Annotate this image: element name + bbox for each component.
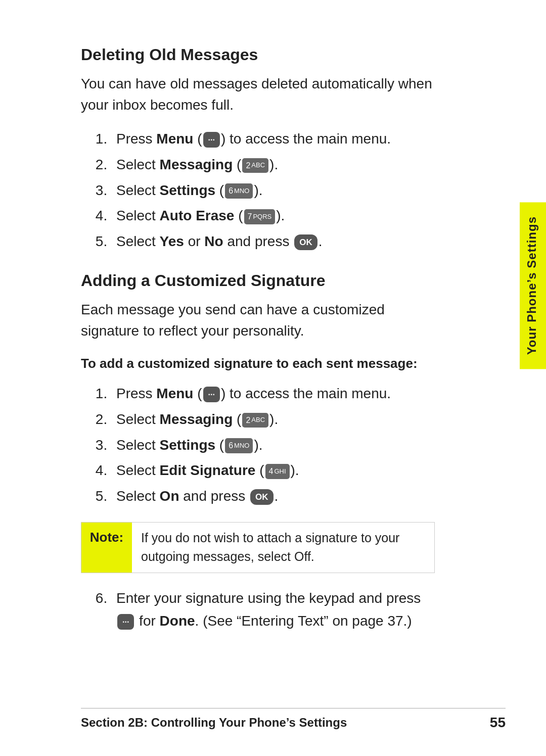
bold-text: Done [160, 613, 195, 629]
list-item: Select Edit Signature (4GHI). [111, 459, 435, 482]
autoerase-key-icon: 7PQRS [244, 209, 276, 224]
footer-page-number: 55 [490, 715, 506, 731]
sub-instruction: To add a customized signature to each se… [81, 354, 435, 373]
list-item: Select Messaging (2ABC). [111, 408, 435, 431]
settings-key-icon2: 6MNO [225, 438, 253, 453]
bold-text: Auto Erase [160, 208, 235, 223]
editsig-key-icon: 4GHI [265, 464, 290, 479]
list-item: Select Settings (6MNO). [111, 179, 435, 202]
list-item: Select Messaging (2ABC). [111, 154, 435, 176]
bold-text: Messaging [160, 411, 233, 427]
ok-button-icon2: OK [250, 489, 274, 505]
bold-text: Menu [156, 386, 193, 401]
section2-title: Adding a Customized Signature [81, 271, 435, 290]
list-item: Press Menu (···) to access the main menu… [111, 128, 435, 151]
list-item: Enter your signature using the keypad an… [111, 587, 435, 633]
final-step-list: Enter your signature using the keypad an… [111, 587, 435, 633]
bold-text: No [204, 233, 223, 249]
bold-text: Messaging [160, 157, 233, 172]
ok-button-icon: OK [294, 234, 317, 250]
note-content: If you do not wish to attach a signature… [132, 523, 434, 573]
bold-text: Settings [160, 437, 215, 453]
section2-intro: Each message you send can have a customi… [81, 299, 435, 342]
messaging-key-icon2: 2ABC [242, 413, 268, 428]
note-box: Note: If you do not wish to attach a sig… [81, 522, 435, 573]
bold-text: On [160, 488, 179, 504]
bold-text: Menu [156, 131, 193, 147]
section2-steps: Press Menu (···) to access the main menu… [111, 383, 435, 508]
menu-icon-final: ··· [117, 614, 134, 630]
bold-text: Settings [160, 182, 215, 198]
section1-intro: You can have old messages deleted automa… [81, 73, 435, 116]
sidebar-tab: Your Phone’s Settings [520, 202, 546, 369]
note-label: Note: [81, 523, 132, 573]
settings-key-icon: 6MNO [225, 183, 253, 199]
messaging-key-icon: 2ABC [242, 158, 268, 173]
section1-title: Deleting Old Messages [81, 45, 435, 64]
list-item: Select Auto Erase (7PQRS). [111, 205, 435, 227]
section1-steps: Press Menu (···) to access the main menu… [111, 128, 435, 253]
list-item: Select Settings (6MNO). [111, 434, 435, 457]
menu-icon: ··· [203, 387, 220, 403]
bold-text: Edit Signature [160, 462, 256, 478]
menu-icon: ··· [203, 132, 220, 148]
footer-bar: Section 2B: Controlling Your Phone’s Set… [81, 708, 506, 731]
list-item: Select On and press OK. [111, 485, 435, 508]
list-item: Select Yes or No and press OK. [111, 230, 435, 253]
list-item: Press Menu (···) to access the main menu… [111, 383, 435, 405]
footer-left: Section 2B: Controlling Your Phone’s Set… [81, 716, 347, 730]
bold-text: Yes [160, 233, 184, 249]
